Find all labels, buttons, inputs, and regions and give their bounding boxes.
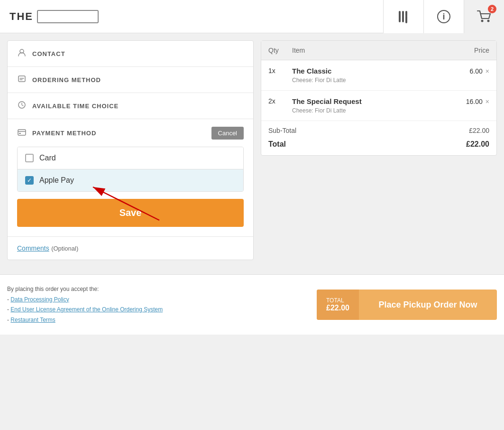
ordering-label: ORDERING METHOD [32, 76, 101, 84]
qty-header: Qty [268, 47, 292, 54]
order-item-1: 1x The Classic 6.00 × [261, 60, 496, 77]
item-2-price: 16.00 × [451, 97, 489, 105]
info-icon: i [436, 9, 451, 24]
menu-icon-button[interactable] [383, 0, 423, 33]
cart-badge: 2 [488, 5, 496, 13]
ordering-icon [17, 75, 27, 85]
subtotal-value: £22.00 [469, 127, 489, 134]
payment-header-left: PAYMENT METHOD [17, 129, 96, 138]
svg-rect-8 [18, 76, 25, 82]
total-value: £22.00 [466, 140, 489, 149]
svg-rect-11 [19, 133, 21, 134]
logo-bar [37, 10, 99, 23]
payment-options: Card Apple Pay [17, 147, 244, 192]
eula-link[interactable]: End User License Agreement of the Online… [10, 306, 163, 313]
svg-point-6 [487, 20, 490, 22]
place-order-label[interactable]: Place Pickup Order Now [359, 290, 497, 320]
ordering-method-section[interactable]: ORDERING METHOD [8, 67, 253, 93]
item-header: Item [292, 47, 451, 54]
header-icons: i 2 [383, 0, 504, 33]
svg-point-5 [481, 20, 484, 22]
subtotal-label: Sub-Total [268, 127, 296, 134]
card-label: Card [39, 154, 56, 162]
save-button[interactable]: Save [17, 199, 244, 227]
item-1-qty: 1x [268, 67, 292, 75]
item-2-remove[interactable]: × [486, 98, 489, 105]
order-item-2: 2x The Special Request 16.00 × [261, 91, 496, 107]
card-option[interactable]: Card [18, 147, 243, 169]
payment-header: PAYMENT METHOD Cancel [17, 127, 244, 140]
svg-rect-0 [399, 11, 401, 22]
data-processing-link[interactable]: Data Processing Policy [10, 296, 69, 303]
payment-section: PAYMENT METHOD Cancel Card Apple Pay [8, 119, 253, 237]
item-1-remove[interactable]: × [486, 67, 489, 75]
svg-rect-10 [18, 130, 26, 135]
subtotal-row: Sub-Total £22.00 [261, 121, 496, 137]
footer-disclaimer: By placing this order you accept the: - … [7, 284, 163, 325]
item-2-name: The Special Request [292, 97, 451, 105]
comments-link[interactable]: Comments [17, 244, 49, 252]
card-checkbox[interactable] [25, 154, 34, 162]
item-1-details: Cheese: Fior Di Latte [261, 77, 496, 91]
info-icon-button[interactable]: i [423, 0, 464, 33]
place-order-total-block: TOTAL £22.00 [317, 290, 359, 320]
item-2-qty: 2x [268, 97, 292, 105]
cart-icon-button[interactable]: 2 [464, 0, 504, 33]
disclaimer-text: By placing this order you accept the: [7, 286, 99, 292]
time-label: AVAILABLE TIME CHOICE [32, 103, 119, 110]
apple-pay-checkbox[interactable] [25, 176, 34, 185]
contact-section[interactable]: CONTACT [8, 41, 253, 67]
footer: By placing this order you accept the: - … [0, 274, 504, 335]
comments-optional: (Optional) [51, 245, 78, 252]
payment-label: PAYMENT METHOD [32, 130, 96, 137]
cancel-button[interactable]: Cancel [211, 127, 244, 140]
time-section[interactable]: AVAILABLE TIME CHOICE [8, 93, 253, 119]
apple-pay-option[interactable]: Apple Pay [18, 169, 243, 191]
order-header-row: Qty Item Price [261, 41, 496, 60]
place-order-button[interactable]: TOTAL £22.00 Place Pickup Order Now [317, 290, 497, 320]
item-1-price: 6.00 × [451, 67, 489, 75]
item-2-details: Cheese: Fior Di Latte [261, 107, 496, 121]
svg-rect-1 [402, 11, 404, 22]
contact-icon [17, 48, 27, 59]
logo-text: THE [9, 10, 33, 23]
header: THE i 2 [0, 0, 504, 33]
main-content: CONTACT ORDERING METHOD AVAILABLE TIME C… [0, 33, 504, 267]
menu-icon [396, 9, 411, 24]
left-panel: CONTACT ORDERING METHOD AVAILABLE TIME C… [7, 40, 254, 260]
place-order-total-label: TOTAL [326, 297, 349, 304]
restaurant-terms-link[interactable]: Restaurant Terms [10, 317, 55, 323]
item-1-name: The Classic [292, 67, 451, 75]
payment-icon [17, 129, 27, 138]
logo-area: THE [0, 10, 383, 23]
price-header: Price [451, 47, 489, 54]
comments-section: Comments (Optional) [8, 237, 253, 260]
time-icon [17, 101, 27, 111]
total-row: Total £22.00 [261, 137, 496, 155]
svg-text:i: i [442, 12, 445, 21]
order-summary: Qty Item Price 1x The Classic 6.00 × Che… [261, 40, 497, 156]
total-label: Total [268, 140, 286, 149]
apple-pay-label: Apple Pay [39, 176, 74, 185]
contact-label: CONTACT [32, 50, 65, 57]
place-order-total-amount: £22.00 [326, 304, 349, 312]
